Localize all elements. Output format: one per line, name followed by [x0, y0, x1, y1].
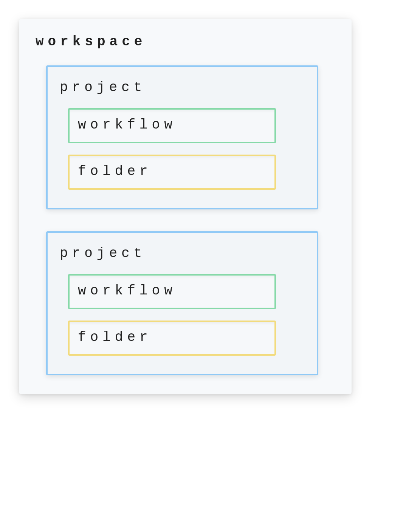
folder-box: folder: [68, 155, 276, 190]
project-title: project: [60, 80, 305, 95]
folder-label: folder: [78, 164, 152, 179]
folder-box: folder: [68, 321, 276, 356]
workspace-panel: workspace project workflow folder projec…: [19, 19, 352, 394]
workflow-label: workflow: [78, 283, 177, 299]
folder-label: folder: [78, 330, 152, 345]
project-box: project workflow folder: [46, 65, 318, 209]
project-box: project workflow folder: [46, 231, 318, 375]
project-title: project: [60, 246, 305, 261]
workspace-title: workspace: [36, 34, 338, 50]
workflow-box: workflow: [68, 108, 276, 143]
workflow-box: workflow: [68, 274, 276, 309]
workflow-label: workflow: [78, 117, 177, 133]
